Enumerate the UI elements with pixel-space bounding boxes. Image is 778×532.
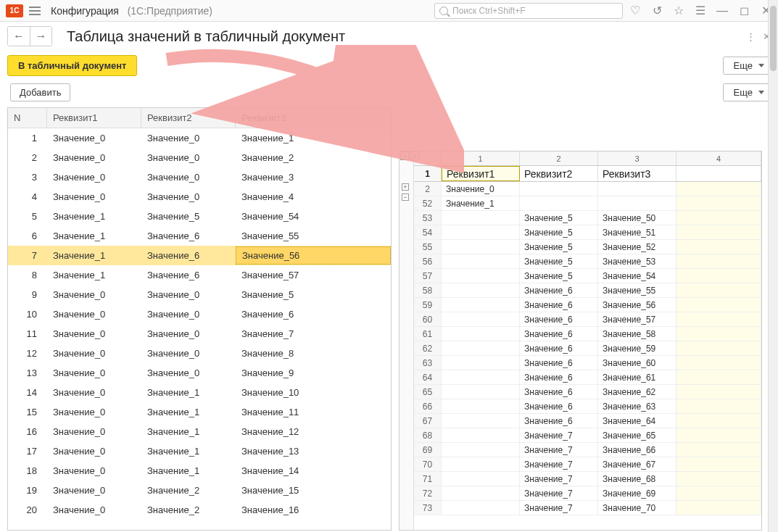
ss-cell[interactable]: [442, 269, 520, 283]
row-num[interactable]: 72: [414, 486, 442, 500]
spreadsheet-row[interactable]: 56 Значение_5 Значение_53: [414, 254, 761, 269]
ss-cell[interactable]: [442, 341, 520, 355]
row-num[interactable]: 67: [414, 414, 442, 428]
spreadsheet-row[interactable]: 60 Значение_6 Значение_57: [414, 312, 761, 327]
ss-cell[interactable]: [442, 254, 520, 268]
ss-cell[interactable]: Значение_6: [520, 370, 598, 384]
filter-icon[interactable]: ☰: [694, 4, 707, 17]
ss-cell[interactable]: Значение_6: [520, 385, 598, 399]
table-row[interactable]: 2 Значение_0 Значение_0 Значение_2: [8, 148, 391, 167]
table-row[interactable]: 3 Значение_0 Значение_0 Значение_3: [8, 167, 391, 187]
vertical-scrollbar[interactable]: [768, 0, 778, 532]
ss-cell[interactable]: [442, 370, 520, 384]
ss-cell[interactable]: Значение_6: [520, 327, 598, 341]
ss-cell[interactable]: Значение_7: [520, 501, 598, 515]
spreadsheet-row[interactable]: 73 Значение_7 Значение_70: [414, 501, 761, 515]
ss-cell[interactable]: Значение_7: [520, 472, 598, 486]
ss-cell[interactable]: Значение_6: [520, 298, 598, 312]
table-row[interactable]: 4 Значение_0 Значение_0 Значение_4: [8, 187, 391, 207]
to-document-button[interactable]: В табличный документ: [7, 55, 137, 76]
row-num[interactable]: 64: [414, 370, 442, 384]
th-c3[interactable]: Реквизит3: [236, 108, 391, 128]
table-row[interactable]: 6 Значение_1 Значение_6 Значение_55: [8, 226, 391, 246]
ss-cell[interactable]: Значение_7: [520, 443, 598, 457]
add-button[interactable]: Добавить: [10, 83, 70, 101]
hdr-c3[interactable]: Реквизит3: [598, 166, 676, 181]
table-row[interactable]: 17 Значение_0 Значение_1 Значение_13: [8, 441, 391, 461]
ss-cell[interactable]: [676, 298, 761, 312]
spreadsheet-row[interactable]: 61 Значение_6 Значение_58: [414, 327, 761, 341]
row-num[interactable]: 65: [414, 385, 442, 399]
back-button[interactable]: ←: [8, 27, 30, 46]
row-num[interactable]: 63: [414, 356, 442, 370]
spreadsheet-row[interactable]: 62 Значение_6 Значение_59: [414, 341, 761, 356]
ss-cell[interactable]: [676, 327, 761, 341]
ss-cell[interactable]: [520, 196, 598, 210]
ss-cell[interactable]: Значение_6: [520, 356, 598, 370]
ss-cell[interactable]: [442, 298, 520, 312]
ss-cell[interactable]: [676, 283, 761, 297]
ss-cell[interactable]: [676, 254, 761, 268]
th-c1[interactable]: Реквизит1: [47, 108, 141, 128]
spreadsheet-row[interactable]: 67 Значение_6 Значение_64: [414, 414, 761, 428]
hdr-c1[interactable]: Реквизит1: [442, 166, 520, 181]
ss-cell[interactable]: [676, 312, 761, 326]
search-input[interactable]: Поиск Ctrl+Shift+F: [434, 3, 623, 19]
more-button-2[interactable]: Еще: [723, 83, 771, 101]
spreadsheet-row[interactable]: 72 Значение_7 Значение_69: [414, 486, 761, 501]
ss-cell[interactable]: Значение_66: [598, 443, 676, 457]
ss-cell[interactable]: Значение_67: [598, 457, 676, 471]
ss-cell[interactable]: Значение_60: [598, 356, 676, 370]
spreadsheet-row[interactable]: 65 Значение_6 Значение_62: [414, 385, 761, 399]
row-num[interactable]: 57: [414, 269, 442, 283]
row-num[interactable]: 58: [414, 283, 442, 297]
ss-cell[interactable]: Значение_6: [520, 312, 598, 326]
ss-cell[interactable]: Значение_59: [598, 341, 676, 355]
col-3[interactable]: 3: [598, 151, 676, 165]
ss-cell[interactable]: [676, 501, 761, 515]
ss-cell[interactable]: [676, 240, 761, 254]
ss-cell[interactable]: [442, 486, 520, 500]
spreadsheet-row[interactable]: 63 Значение_6 Значение_60: [414, 356, 761, 370]
ss-cell[interactable]: [676, 443, 761, 457]
row-num[interactable]: 54: [414, 225, 442, 239]
th-n[interactable]: N: [8, 108, 47, 128]
ss-cell[interactable]: Значение_55: [598, 283, 676, 297]
ss-cell[interactable]: [442, 457, 520, 471]
ss-cell[interactable]: Значение_5: [520, 211, 598, 225]
table-row[interactable]: 5 Значение_1 Значение_5 Значение_54: [8, 207, 391, 226]
bell-icon[interactable]: ♡: [629, 4, 642, 17]
row-num[interactable]: 60: [414, 312, 442, 326]
ss-cell[interactable]: Значение_63: [598, 399, 676, 413]
ss-cell[interactable]: [676, 428, 761, 442]
row-num[interactable]: 52: [414, 196, 442, 210]
row-num[interactable]: 66: [414, 399, 442, 413]
ss-cell[interactable]: [676, 182, 761, 196]
col-4[interactable]: 4: [676, 151, 761, 165]
table-row[interactable]: 9 Значение_0 Значение_0 Значение_5: [8, 285, 391, 304]
spreadsheet-row[interactable]: 57 Значение_5 Значение_54: [414, 269, 761, 283]
table-row[interactable]: 8 Значение_1 Значение_6 Значение_57: [8, 265, 391, 285]
ss-cell[interactable]: Значение_56: [598, 298, 676, 312]
table-row[interactable]: 1 Значение_0 Значение_0 Значение_1: [8, 128, 391, 148]
ss-cell[interactable]: [442, 443, 520, 457]
table-row[interactable]: 16 Значение_0 Значение_1 Значение_12: [8, 422, 391, 441]
ss-cell[interactable]: Значение_52: [598, 240, 676, 254]
row-num[interactable]: 55: [414, 240, 442, 254]
ss-cell[interactable]: Значение_0: [442, 182, 520, 196]
ss-cell[interactable]: [676, 370, 761, 384]
history-icon[interactable]: ↺: [650, 4, 663, 17]
col-1[interactable]: 1: [442, 151, 520, 165]
row-num[interactable]: 68: [414, 428, 442, 442]
row-num[interactable]: 2: [414, 182, 442, 196]
outline-2[interactable]: 2: [410, 151, 419, 160]
ss-cell[interactable]: Значение_6: [520, 399, 598, 413]
table-row[interactable]: 10 Значение_0 Значение_0 Значение_6: [8, 304, 391, 324]
ss-cell[interactable]: Значение_5: [520, 225, 598, 239]
ss-cell[interactable]: Значение_68: [598, 472, 676, 486]
ss-cell[interactable]: Значение_5: [520, 240, 598, 254]
menu-icon[interactable]: [29, 7, 41, 15]
row-num[interactable]: 71: [414, 472, 442, 486]
ss-cell[interactable]: Значение_7: [520, 428, 598, 442]
maximize-icon[interactable]: ◻: [737, 4, 750, 17]
